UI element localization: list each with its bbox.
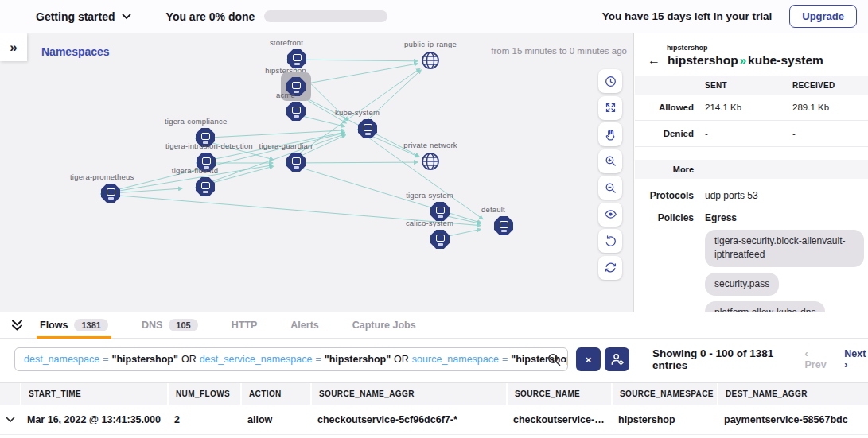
tables-tab-bar: Flows1381DNS105HTTPAlertsCapture Jobs <box>0 312 868 339</box>
graph-node-private-network[interactable]: private network <box>400 141 461 172</box>
node-label: tigera-system <box>399 191 460 200</box>
filter-query-input[interactable]: dest_namespace="hipstershop"ORdest_servi… <box>14 347 568 371</box>
column-header-num_flows[interactable]: NUM_FLOWS <box>167 383 240 405</box>
time-range-label: from 15 minutes to 0 minutes ago <box>491 46 627 56</box>
pan-icon <box>604 128 617 141</box>
filter-token-field: dest_service_namespace <box>200 354 313 365</box>
sent-column-header: SENT <box>705 81 792 90</box>
getting-started-menu[interactable]: Getting started <box>36 10 131 23</box>
tab-count-badge: 105 <box>169 319 197 331</box>
protocols-value: udp ports 53 <box>705 190 868 201</box>
pan-button[interactable] <box>598 122 622 146</box>
policy-pill[interactable]: platform.allow-kube-dns <box>705 301 825 312</box>
cell-source_namespace: hipstershop <box>611 405 717 434</box>
column-header-dest_name_aggr[interactable]: DEST_NAME_AGGR <box>717 383 868 405</box>
pagination-next-button[interactable]: Next › <box>844 348 868 370</box>
node-label: public-ip-range <box>400 40 461 48</box>
filter-token-field: source_namespace <box>412 354 499 365</box>
node-label: private network <box>400 141 461 149</box>
graph-toolbar <box>598 69 622 280</box>
filter-token-value: "hipstershop" <box>325 354 391 365</box>
filter-token-value: "hipstershop" <box>112 354 178 365</box>
tab-capture-jobs[interactable]: Capture Jobs <box>349 312 419 339</box>
details-title: hipstershop»kube-system <box>668 53 823 68</box>
tab-label: Alerts <box>290 320 318 331</box>
filter-token-keyword: OR <box>394 354 409 365</box>
namespace-icon <box>101 184 120 203</box>
details-eyebrow: hipstershop <box>667 44 855 52</box>
flows-table: START_TIMENUM_FLOWSACTIONSOURCE_NAME_AGG… <box>0 382 868 435</box>
undo-button[interactable] <box>598 229 622 253</box>
protocols-label: Protocols <box>635 190 705 201</box>
filter-token-op: = <box>502 354 508 365</box>
column-header-source_name_aggr[interactable]: SOURCE_NAME_AGGR <box>310 383 506 405</box>
globe-icon <box>420 151 441 172</box>
zoom-out-button[interactable] <box>598 176 622 200</box>
graph-node-acme[interactable]: acme <box>255 91 316 101</box>
tab-alerts[interactable]: Alerts <box>287 312 321 339</box>
row-expander[interactable] <box>0 405 20 434</box>
tab-dns[interactable]: DNS105 <box>138 312 201 339</box>
tab-http[interactable]: HTTP <box>228 312 261 339</box>
pagination-prev-button[interactable]: ‹ Prev <box>805 348 829 370</box>
visibility-button[interactable] <box>598 203 622 227</box>
tab-label: Capture Jobs <box>352 320 416 331</box>
graph-node-storefront[interactable]: storefront <box>256 38 317 48</box>
node-label: kube-system <box>327 108 387 117</box>
visibility-icon <box>604 207 617 221</box>
undo-icon <box>604 235 617 248</box>
policies-label: Policies <box>635 212 705 312</box>
flows-filter-bar: dest_namespace="hipstershop"ORdest_servi… <box>0 339 868 380</box>
tab-label: HTTP <box>232 320 258 331</box>
graph-node-tigera-system[interactable]: tigera-system <box>399 191 460 201</box>
stats-row-denied: Denied-- <box>635 121 868 147</box>
graph-node-public-ip-range[interactable]: public-ip-range <box>400 40 461 71</box>
globe-icon <box>420 50 441 71</box>
column-header-source_namespace[interactable]: SOURCE_NAMESPACE <box>611 383 717 405</box>
history-button[interactable] <box>598 69 622 93</box>
graph-node-tigera-compliance[interactable]: tigera-compliance <box>165 117 225 127</box>
refresh-button[interactable] <box>598 256 622 280</box>
column-header-source_name[interactable]: SOURCE_NAME <box>506 383 611 405</box>
zoom-in-button[interactable] <box>598 149 622 173</box>
chevron-down-icon <box>122 14 131 20</box>
user-gear-icon <box>610 352 625 366</box>
namespace-icon <box>358 119 377 138</box>
namespace-icon <box>286 102 306 121</box>
sidebar-expand-button[interactable]: » <box>0 33 27 61</box>
user-settings-button[interactable] <box>605 347 629 371</box>
expand-button[interactable] <box>598 96 622 120</box>
cell-source_name_aggr: checkoutservice-5cf96dc6f7-* <box>310 405 506 434</box>
upgrade-button[interactable]: Upgrade <box>789 5 857 28</box>
column-header-start_time[interactable]: START_TIME <box>20 383 167 405</box>
graph-node-hipstershop[interactable]: hipstershop <box>255 66 316 76</box>
cell-action: allow <box>240 405 310 434</box>
clear-filter-button[interactable]: × <box>576 347 601 371</box>
filter-token-op: = <box>103 354 108 365</box>
graph-node-tigera-prometheus[interactable]: tigera-prometheus <box>70 172 130 183</box>
graph-node-tigera-guardian[interactable]: tigera-guardian <box>255 141 316 152</box>
collapse-tables-button[interactable] <box>10 320 24 331</box>
filter-token-op: = <box>315 354 321 365</box>
column-header-action[interactable]: ACTION <box>240 383 310 405</box>
tab-flows[interactable]: Flows1381 <box>37 312 111 339</box>
graph-node-calico-system[interactable]: calico-system <box>399 219 460 229</box>
graph-node-tigera-fluentd[interactable]: tigera-fluentd <box>165 166 225 176</box>
namespace-icon <box>196 177 215 196</box>
getting-started-label: Getting started <box>36 10 115 23</box>
cell-num_flows: 2 <box>167 405 240 434</box>
back-button[interactable]: ← <box>648 54 660 67</box>
graph-title: Namespaces <box>41 45 110 58</box>
policy-pill[interactable]: security.pass <box>705 273 779 296</box>
graph-node-default[interactable]: default <box>463 205 524 215</box>
node-label: calico-system <box>399 219 460 227</box>
node-label: tigera-fluentd <box>165 166 225 175</box>
dest-namespace-label: kube-system <box>748 53 823 67</box>
graph-node-kube-system[interactable]: kube-system <box>327 108 387 118</box>
policy-pill[interactable]: tigera-security.block-alienvault-ipthrea… <box>705 230 864 267</box>
graph-node-tigera-intrusion-detection[interactable]: tigera-intrusion-detection <box>165 141 226 152</box>
node-label: tigera-prometheus <box>70 172 130 181</box>
node-label: tigera-compliance <box>165 117 225 126</box>
node-label: default <box>463 205 524 214</box>
flow-direction-icon: » <box>738 53 748 67</box>
